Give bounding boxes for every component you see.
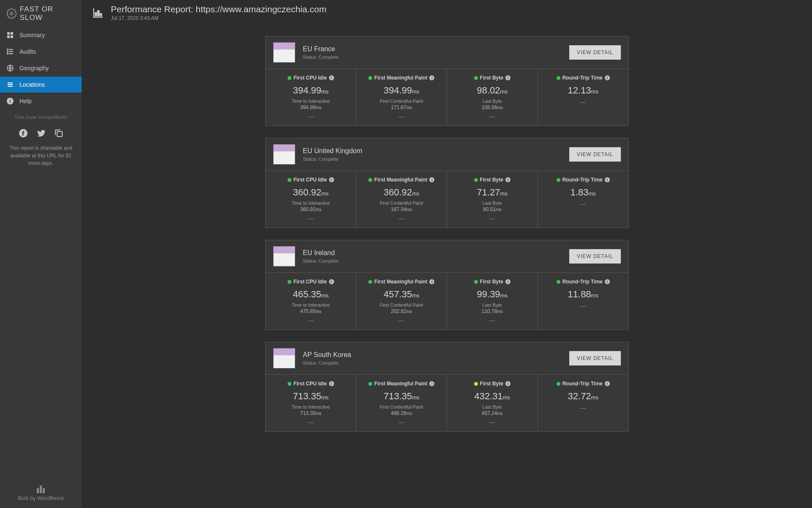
metric-cell: First Byte i 71.27msLast Byte 80.51ms— [447, 171, 538, 228]
info-icon[interactable]: i [505, 177, 510, 182]
metric-dash: — [450, 215, 534, 222]
metric-sublabel: Last Byte [450, 302, 534, 308]
metric-value: 713.35ms [269, 391, 353, 402]
built-by[interactable]: Built by Wordfence [0, 479, 82, 508]
info-icon[interactable]: i [505, 381, 510, 386]
metric-cell: Round-Trip Time i 1.83ms— [538, 171, 629, 228]
info-icon[interactable]: i [505, 75, 510, 80]
logo-text: FAST OR SLOW [20, 5, 75, 22]
sidebar: FAST OR SLOW SummaryAuditsGeographyLocat… [0, 0, 82, 508]
location-status: Status: Complete [303, 55, 562, 60]
metric-value: 432.31ms [450, 391, 534, 402]
share-text: This report is shareable and available a… [0, 142, 82, 170]
svg-rect-3 [11, 36, 13, 38]
metric-subvalue: 110.78ms [450, 308, 534, 314]
svg-rect-10 [57, 132, 62, 137]
copy-icon[interactable] [54, 128, 64, 138]
metric-value: 465.35ms [269, 289, 353, 300]
nav-item-locations[interactable]: Locations [0, 77, 82, 93]
metric-cell: First Meaningful Paint i 713.35msFirst C… [357, 375, 447, 431]
svg-rect-11 [95, 13, 97, 16]
status-dot [474, 280, 478, 284]
metric-subvalue: 360.92ms [269, 206, 353, 212]
nav-item-geography[interactable]: Geography [0, 60, 82, 77]
info-icon[interactable]: i [429, 75, 434, 80]
metric-sublabel: First Contentful Paint [360, 99, 444, 104]
nav-item-help[interactable]: iHelp [0, 93, 82, 110]
metric-subvalue: 167.34ms [360, 206, 444, 212]
status-dot [557, 178, 560, 182]
info-icon[interactable]: i [429, 177, 434, 182]
metric-label: First Byte i [450, 381, 534, 387]
location-cards: EU France Status: Complete VIEW DETAIL F… [265, 36, 629, 432]
metric-dash: — [269, 419, 353, 426]
grid-icon [7, 32, 14, 38]
view-detail-button[interactable]: VIEW DETAIL [569, 249, 621, 264]
metric-subvalue: 171.87ms [360, 104, 444, 110]
svg-rect-0 [7, 32, 10, 35]
page-header: Performance Report: https://www.amazingc… [82, 0, 812, 26]
metric-dash: — [541, 302, 625, 309]
metric-cell: First Byte i 98.02msLast Byte 108.56ms— [447, 69, 538, 126]
metric-dash: — [450, 419, 534, 426]
metric-label: First Byte i [450, 177, 534, 183]
metric-subvalue: 486.26ms [360, 410, 444, 416]
info-icon[interactable]: i [605, 75, 610, 80]
metric-sublabel: Last Byte [450, 404, 534, 409]
info-icon[interactable]: i [505, 279, 510, 284]
metrics-row: First CPU Idle i 360.92msTime to Interac… [266, 171, 628, 228]
content-scroll[interactable]: EU France Status: Complete VIEW DETAIL F… [82, 26, 812, 508]
metric-cell: First CPU Idle i 713.35msTime to Interac… [266, 375, 357, 431]
metric-value: 99.39ms [450, 289, 534, 300]
info-icon[interactable]: i [329, 177, 334, 182]
globe-icon [7, 65, 14, 71]
status-dot [288, 178, 291, 182]
info-icon[interactable]: i [429, 381, 434, 386]
info-icon[interactable]: i [605, 381, 610, 386]
location-status: Status: Complete [303, 258, 562, 264]
view-detail-button[interactable]: VIEW DETAIL [569, 147, 621, 162]
metric-cell: First Byte i 99.39msLast Byte 110.78ms— [447, 273, 538, 330]
metric-sublabel: Time to Interactive [269, 404, 353, 409]
metric-sublabel: Time to Interactive [269, 99, 353, 104]
info-icon[interactable]: i [329, 75, 334, 80]
wordfence-icon [36, 486, 46, 493]
metric-subvalue: 108.56ms [450, 104, 534, 110]
metric-subvalue: 457.24ms [450, 410, 534, 416]
metric-label: First Meaningful Paint i [360, 75, 444, 81]
metric-cell: Round-Trip Time i 11.88ms— [538, 273, 629, 330]
status-dot [288, 280, 291, 284]
metric-dash: — [360, 419, 444, 426]
svg-rect-12 [98, 11, 99, 16]
info-icon[interactable]: i [329, 279, 334, 284]
info-icon[interactable]: i [329, 381, 334, 386]
nav-label: Help [19, 98, 32, 104]
svg-rect-1 [11, 32, 13, 35]
metric-cell: First Meaningful Paint i 394.99msFirst C… [357, 69, 447, 126]
metric-sublabel: Last Byte [450, 99, 534, 104]
info-icon[interactable]: i [429, 279, 434, 284]
metric-value: 12.13ms [541, 85, 625, 96]
metrics-row: First CPU Idle i 465.35msTime to Interac… [266, 273, 628, 330]
nav-item-audits[interactable]: Audits [0, 44, 82, 60]
metric-subvalue: 394.99ms [269, 104, 353, 110]
info-icon[interactable]: i [605, 279, 610, 284]
metric-value: 98.02ms [450, 85, 534, 96]
logo[interactable]: FAST OR SLOW [0, 0, 82, 27]
status-dot [368, 76, 372, 80]
status-dot [557, 382, 560, 386]
nav-item-summary[interactable]: Summary [0, 27, 82, 44]
view-detail-button[interactable]: VIEW DETAIL [569, 351, 621, 365]
location-status: Status: Complete [303, 360, 562, 365]
svg-rect-2 [7, 36, 10, 38]
metric-label: First CPU Idle i [269, 177, 353, 183]
view-detail-button[interactable]: VIEW DETAIL [569, 45, 621, 60]
facebook-icon[interactable] [18, 128, 28, 138]
metric-value: 394.99ms [269, 85, 353, 96]
metric-cell: First Byte i 432.31msLast Byte 457.24ms— [447, 375, 538, 431]
metric-sublabel: Last Byte [450, 200, 534, 206]
twitter-icon[interactable] [36, 128, 46, 138]
metric-dash: — [541, 99, 625, 105]
info-icon[interactable]: i [605, 177, 610, 182]
status-dot [474, 76, 478, 80]
